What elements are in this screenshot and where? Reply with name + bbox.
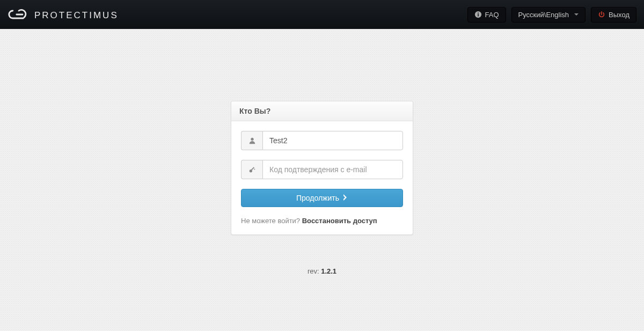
login-panel: Кто Вы? Продолжить Не [231,101,413,235]
panel-title: Кто Вы? [231,101,413,121]
top-navbar: PROTECTIMUS FAQ Русский\English Выход [0,0,644,29]
user-icon [241,131,262,150]
language-switcher[interactable]: Русский\English [511,7,586,23]
language-label: Русский\English [518,11,569,19]
brand-name: PROTECTIMUS [34,9,119,21]
username-group [241,131,403,150]
chevron-right-icon [342,194,348,202]
svg-rect-6 [254,168,255,170]
continue-label: Продолжить [296,194,339,202]
username-input[interactable] [262,131,403,150]
recover-link[interactable]: Восстановить доступ [302,217,377,225]
logout-button[interactable]: Выход [591,7,636,23]
recover-row: Не можете войти? Восстановить доступ [241,217,403,225]
svg-rect-1 [478,14,479,16]
chevron-down-icon [574,13,579,16]
svg-rect-5 [251,167,254,170]
faq-button[interactable]: FAQ [467,7,506,23]
continue-button[interactable]: Продолжить [241,189,403,207]
faq-label: FAQ [485,11,499,19]
brand-logo-icon [8,7,30,22]
svg-point-3 [251,138,253,141]
code-input[interactable] [262,160,403,179]
info-icon [474,11,482,18]
recover-prefix: Не можете войти? [241,217,302,225]
key-icon [241,160,262,179]
page-body: Кто Вы? Продолжить Не [0,29,644,275]
code-group [241,160,403,179]
svg-rect-2 [478,13,479,14]
revision-label: rev: 1.2.1 [308,267,336,275]
logout-label: Выход [609,11,630,19]
power-icon [598,11,605,18]
brand-link[interactable]: PROTECTIMUS [8,7,119,22]
